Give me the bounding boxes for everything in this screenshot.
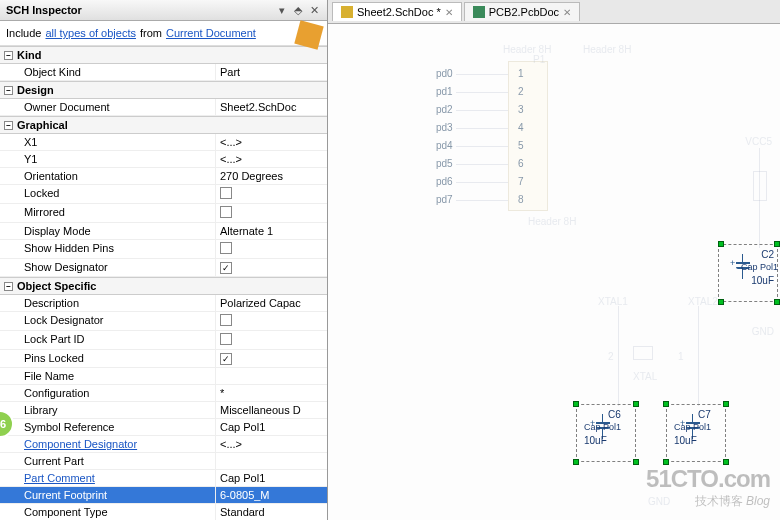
prop-value[interactable]: Standard <box>216 504 327 520</box>
prop-value[interactable]: 6-0805_M <box>216 487 327 503</box>
prop-row[interactable]: Current Part <box>0 453 327 470</box>
prop-row[interactable]: Current Footprint6-0805_M <box>0 487 327 504</box>
prop-value[interactable] <box>216 331 327 349</box>
prop-value[interactable]: Alternate 1 <box>216 223 327 239</box>
prop-row[interactable]: Show Hidden Pins <box>0 240 327 259</box>
prop-label: Lock Designator <box>0 312 216 330</box>
prop-row[interactable]: X1<...> <box>0 134 327 151</box>
checkbox[interactable] <box>220 187 232 199</box>
sel-handle[interactable] <box>573 401 579 407</box>
pin-num: 4 <box>518 122 524 133</box>
panel-dropdown-icon[interactable]: ▾ <box>275 3 289 17</box>
pin-label: pd3 <box>436 122 453 133</box>
prop-value[interactable]: <...> <box>216 134 327 150</box>
pin-label: pd1 <box>436 86 453 97</box>
sel-handle[interactable] <box>663 401 669 407</box>
prop-row[interactable]: Symbol ReferenceCap Pol1 <box>0 419 327 436</box>
prop-value[interactable] <box>216 204 327 222</box>
pin-num: 2 <box>518 86 524 97</box>
checkbox[interactable] <box>220 314 232 326</box>
tab-bar: Sheet2.SchDoc *✕PCB2.PcbDoc✕ <box>328 0 780 24</box>
filter-doc-link[interactable]: Current Document <box>166 27 256 39</box>
prop-row[interactable]: Mirrored <box>0 204 327 223</box>
xtal1-label: XTAL1 <box>598 296 628 307</box>
prop-row[interactable]: Lock Part ID <box>0 331 327 350</box>
prop-value[interactable]: 270 Degrees <box>216 168 327 184</box>
prop-value[interactable] <box>216 312 327 330</box>
checkbox[interactable] <box>220 206 232 218</box>
prop-row[interactable]: Pins Locked✓ <box>0 350 327 368</box>
checkbox[interactable] <box>220 333 232 345</box>
prop-value[interactable]: <...> <box>216 436 327 452</box>
prop-value[interactable]: Cap Pol1 <box>216 470 327 486</box>
expand-icon[interactable]: − <box>4 86 13 95</box>
sel-handle[interactable] <box>718 299 724 305</box>
prop-row[interactable]: Owner DocumentSheet2.SchDoc <box>0 99 327 116</box>
prop-value[interactable]: Polarized Capac <box>216 295 327 311</box>
checkbox[interactable] <box>220 242 232 254</box>
wire <box>456 200 508 201</box>
cap-c7-comment: Cap Pol1 <box>674 422 711 432</box>
expand-icon[interactable]: − <box>4 121 13 130</box>
prop-label: Y1 <box>0 151 216 167</box>
tab[interactable]: PCB2.PcbDoc✕ <box>464 2 580 21</box>
prop-value[interactable]: Miscellaneous D <box>216 402 327 418</box>
sel-handle[interactable] <box>718 241 724 247</box>
prop-value[interactable] <box>216 453 327 469</box>
pin-label: pd7 <box>436 194 453 205</box>
prop-row[interactable]: LibraryMiscellaneous D <box>0 402 327 419</box>
property-grid[interactable]: −KindObject KindPart−DesignOwner Documen… <box>0 46 327 520</box>
sel-handle[interactable] <box>633 401 639 407</box>
prop-label: Current Footprint <box>0 487 216 503</box>
prop-row[interactable]: Lock Designator <box>0 312 327 331</box>
tab-close-icon[interactable]: ✕ <box>445 7 453 18</box>
sel-handle[interactable] <box>633 459 639 465</box>
tab-close-icon[interactable]: ✕ <box>563 7 571 18</box>
sel-handle[interactable] <box>573 459 579 465</box>
expand-icon[interactable]: − <box>4 282 13 291</box>
prop-row[interactable]: Y1<...> <box>0 151 327 168</box>
section-design[interactable]: −Design <box>0 81 327 99</box>
prop-row[interactable]: Object KindPart <box>0 64 327 81</box>
sel-handle[interactable] <box>774 241 780 247</box>
prop-value[interactable]: ✓ <box>216 350 327 367</box>
prop-row[interactable]: Display ModeAlternate 1 <box>0 223 327 240</box>
pin-num: 7 <box>518 176 524 187</box>
prop-row[interactable]: Configuration* <box>0 385 327 402</box>
checkbox[interactable]: ✓ <box>220 262 232 274</box>
tab[interactable]: Sheet2.SchDoc *✕ <box>332 2 462 21</box>
filter-cube-icon[interactable] <box>294 20 323 49</box>
section-kind[interactable]: −Kind <box>0 46 327 64</box>
prop-row[interactable]: Part CommentCap Pol1 <box>0 470 327 487</box>
prop-row[interactable]: Locked <box>0 185 327 204</box>
sel-handle[interactable] <box>774 299 780 305</box>
header-label-bottom: Header 8H <box>528 216 576 227</box>
section-graphical[interactable]: −Graphical <box>0 116 327 134</box>
prop-value[interactable] <box>216 368 327 384</box>
prop-value[interactable] <box>216 185 327 203</box>
prop-row[interactable]: File Name <box>0 368 327 385</box>
schematic-canvas[interactable]: Header 8H Header 8H P1 Header 8H pd01pd1… <box>328 26 780 520</box>
prop-value[interactable]: ✓ <box>216 259 327 276</box>
prop-row[interactable]: Orientation270 Degrees <box>0 168 327 185</box>
prop-row[interactable]: Show Designator✓ <box>0 259 327 277</box>
prop-value[interactable]: Part <box>216 64 327 80</box>
xtal2-label: XTAL2 <box>688 296 718 307</box>
tab-icon <box>341 6 353 18</box>
prop-row[interactable]: Component Designator<...> <box>0 436 327 453</box>
prop-value[interactable]: Sheet2.SchDoc <box>216 99 327 115</box>
checkbox[interactable]: ✓ <box>220 353 232 365</box>
sel-handle[interactable] <box>723 401 729 407</box>
filter-scope-link[interactable]: all types of objects <box>45 27 136 39</box>
prop-value[interactable]: <...> <box>216 151 327 167</box>
panel-pin-icon[interactable]: ⬘ <box>291 3 305 17</box>
prop-value[interactable]: Cap Pol1 <box>216 419 327 435</box>
expand-icon[interactable]: − <box>4 51 13 60</box>
prop-row[interactable]: Component TypeStandard <box>0 504 327 520</box>
crystal <box>633 346 653 360</box>
panel-close-icon[interactable]: ✕ <box>307 3 321 17</box>
prop-row[interactable]: DescriptionPolarized Capac <box>0 295 327 312</box>
prop-value[interactable] <box>216 240 327 258</box>
section-obj[interactable]: −Object Specific <box>0 277 327 295</box>
prop-value[interactable]: * <box>216 385 327 401</box>
